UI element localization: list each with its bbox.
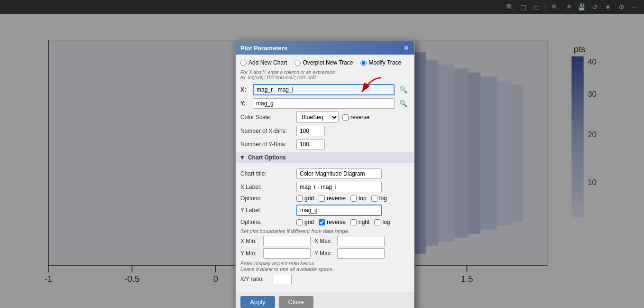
modify-trace-radio[interactable]: Modify Trace [360, 59, 401, 66]
y-log-label[interactable]: log [374, 219, 390, 225]
add-new-chart-label: Add New Chart [248, 59, 287, 66]
x-field-row: X: 🔍 [240, 84, 409, 95]
y-label-input[interactable] [296, 205, 382, 216]
x-options-row: Options: grid reverse top [240, 195, 409, 202]
xy-fields: X: 🔍 Y: 🔍 [240, 84, 409, 109]
y-reverse-text: reverse [327, 219, 346, 225]
collapse-icon: ▼ [239, 154, 245, 161]
x-top-text: top [359, 195, 367, 202]
y-right-text: right [359, 219, 369, 225]
modal-titlebar: Plot Parameters ✕ [236, 41, 414, 55]
y-options-checkboxes: grid reverse right log [296, 219, 390, 225]
y-label-label: Y Label: [240, 207, 293, 214]
aspect-hint: Enter display aspect ratio below.Leave i… [240, 261, 409, 272]
modal-title: Plot Parameters [240, 45, 287, 52]
overplot-label: Overplot New Trace [303, 59, 353, 66]
x-grid-label[interactable]: grid [296, 195, 314, 202]
y-options-row: Options: grid reverse right [240, 219, 409, 225]
x-bounds-row: X Min: X Max: [240, 236, 409, 246]
x-log-checkbox[interactable] [371, 196, 377, 202]
y-bins-row: Number of Y-Bins: [240, 139, 409, 149]
chart-title-label: Chart title: [240, 170, 293, 177]
y-max-input[interactable] [337, 248, 385, 259]
y-field-label: Y: [240, 100, 250, 107]
y-grid-label[interactable]: grid [296, 219, 314, 225]
color-scale-row: Color Scale: BlueSeq RedSeq GreenSeq Rai… [240, 112, 409, 123]
reverse-checkbox[interactable] [342, 114, 349, 121]
chart-title-input[interactable] [296, 168, 382, 179]
x-min-input[interactable] [263, 236, 311, 246]
y-min-input[interactable] [263, 248, 311, 259]
x-options-checkboxes: grid reverse top log [296, 195, 387, 202]
reverse-label: reverse [350, 114, 369, 121]
y-min-label: Y Min: [240, 250, 259, 257]
y-bounds-row: Y Min: Y Max: [240, 248, 409, 259]
y-grid-text: grid [304, 219, 314, 225]
x-label-label: X Label: [240, 184, 293, 190]
aspect-row: X/Y ratio: [240, 274, 409, 284]
x-label-input[interactable] [296, 182, 382, 192]
x-max-input[interactable] [337, 236, 385, 246]
hint-text: For X and Y, enter a column or an expres… [240, 70, 409, 80]
y-log-text: log [382, 219, 390, 225]
x-reverse-label[interactable]: reverse [319, 195, 346, 202]
reverse-checkbox-label[interactable]: reverse [342, 114, 369, 121]
x-bins-input[interactable] [296, 126, 325, 136]
x-log-text: log [379, 195, 387, 202]
color-scale-label: Color Scale: [240, 114, 293, 121]
y-search-button[interactable]: 🔍 [397, 100, 409, 107]
color-scale-select[interactable]: BlueSeq RedSeq GreenSeq Rainbow Heat [296, 112, 339, 123]
y-right-checkbox[interactable] [350, 219, 357, 225]
x-grid-text: grid [304, 195, 314, 202]
modal-body: Add New Chart Overplot New Trace Modify … [236, 55, 414, 292]
y-reverse-label[interactable]: reverse [319, 219, 346, 225]
y-reverse-checkbox[interactable] [319, 219, 325, 225]
y-bins-label: Number of Y-Bins: [240, 141, 293, 148]
x-bins-row: Number of X-Bins: [240, 126, 409, 136]
y-grid-checkbox[interactable] [296, 219, 303, 225]
modal-footer: Apply Close [236, 292, 414, 308]
y-input[interactable] [253, 98, 395, 109]
plot-parameters-modal: Plot Parameters ✕ Add New Chart Overplot… [235, 40, 415, 308]
overplot-radio[interactable]: Overplot New Trace [294, 59, 353, 66]
chart-title-row: Chart title: [240, 168, 409, 179]
y-log-checkbox[interactable] [374, 219, 380, 225]
x-bins-label: Number of X-Bins: [240, 128, 293, 134]
y-max-label: Y Max: [314, 250, 333, 257]
x-reverse-text: reverse [327, 195, 346, 202]
y-bins-input[interactable] [296, 139, 325, 149]
x-input[interactable] [253, 84, 395, 95]
aspect-input[interactable] [273, 274, 292, 284]
close-button[interactable]: Close [279, 296, 313, 308]
x-max-label: X Max: [314, 238, 333, 244]
aspect-label: X/Y ratio: [240, 276, 269, 282]
x-top-checkbox[interactable] [350, 196, 357, 202]
chart-options-header[interactable]: ▼ Chart Options [236, 152, 414, 163]
y-right-label[interactable]: right [350, 219, 369, 225]
y-field-row: Y: 🔍 [240, 98, 409, 109]
modal-close-button[interactable]: ✕ [404, 44, 409, 52]
x-top-label[interactable]: top [350, 195, 367, 202]
chart-options-body: Chart title: X Label: Options: grid [240, 166, 409, 287]
y-options-label: Options: [240, 219, 293, 225]
x-log-label[interactable]: log [371, 195, 387, 202]
boundaries-hint: Set plot boundaries if different from da… [240, 228, 409, 234]
x-options-label: Options: [240, 195, 293, 202]
trace-mode-row: Add New Chart Overplot New Trace Modify … [240, 59, 409, 66]
y-label-row: Y Label: [240, 205, 409, 216]
add-new-chart-radio[interactable]: Add New Chart [240, 59, 287, 66]
x-min-label: X Min: [240, 238, 259, 244]
modify-trace-label: Modify Trace [368, 59, 401, 66]
apply-button[interactable]: Apply [240, 296, 275, 308]
x-search-button[interactable]: 🔍 [397, 86, 409, 93]
x-grid-checkbox[interactable] [296, 196, 303, 202]
x-reverse-checkbox[interactable] [319, 196, 325, 202]
x-label-row: X Label: [240, 182, 409, 192]
chart-options-label: Chart Options [248, 154, 286, 161]
x-field-label: X: [240, 86, 250, 93]
